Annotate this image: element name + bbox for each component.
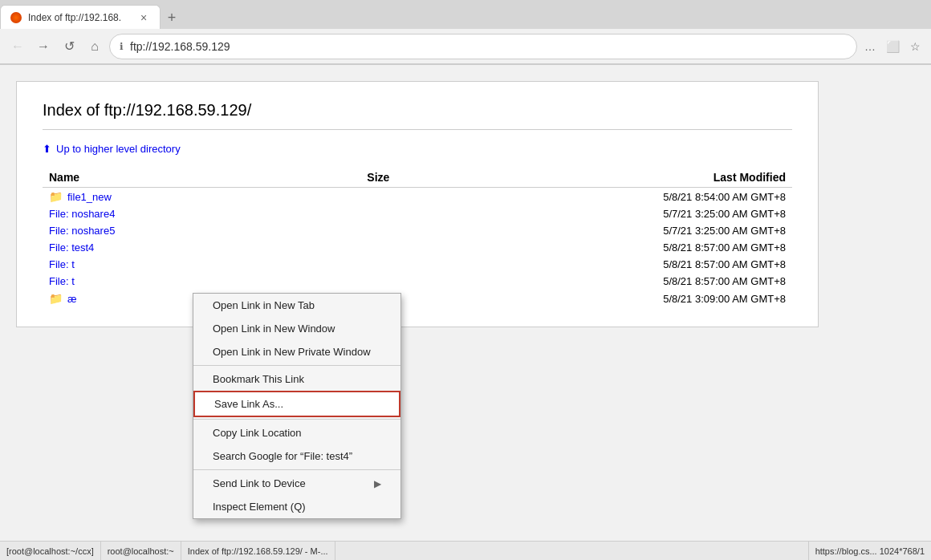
file-link[interactable]: File: noshare5 bbox=[49, 225, 231, 237]
tab-title: Index of ftp://192.168. bbox=[28, 12, 131, 23]
nav-bar: ← → ↺ ⌂ ℹ … ⬜ ☆ bbox=[0, 29, 931, 64]
page-title: Index of ftp://192.168.59.129/ bbox=[43, 101, 792, 130]
status-item-0: [root@localhost:~/ccx] bbox=[0, 542, 101, 560]
context-menu-item-inspect-element[interactable]: Inspect Element (Q) bbox=[193, 495, 400, 518]
page-content: Index of ftp://192.168.59.129/ ⬆ Up to h… bbox=[0, 65, 931, 560]
file-size bbox=[238, 205, 396, 222]
file-date: 5/8/21 8:57:00 AM GMT+8 bbox=[396, 256, 792, 273]
context-menu-label: Open Link in New Window bbox=[213, 323, 335, 335]
context-menu-item-copy-link-location[interactable]: Copy Link Location bbox=[193, 421, 400, 444]
table-row: File: noshare45/7/21 3:25:00 AM GMT+8 bbox=[43, 205, 792, 222]
home-button[interactable]: ⌂ bbox=[83, 35, 106, 58]
file-link[interactable]: File: noshare4 bbox=[49, 208, 231, 220]
size-column-header: Size bbox=[238, 168, 396, 188]
file-date: 5/7/21 3:25:00 AM GMT+8 bbox=[396, 222, 792, 239]
table-row: File: test45/8/21 8:57:00 AM GMT+8 bbox=[43, 239, 792, 256]
new-tab-button[interactable]: + bbox=[161, 6, 183, 29]
file-size bbox=[238, 273, 396, 290]
context-menu-item-open-private-window[interactable]: Open Link in New Private Window bbox=[193, 340, 400, 363]
file-size bbox=[238, 188, 396, 206]
context-menu-label: Send Link to Device bbox=[213, 477, 306, 489]
table-row: 📁æ5/8/21 3:09:00 AM GMT+8 bbox=[43, 290, 792, 307]
table-row: File: t5/8/21 8:57:00 AM GMT+8 bbox=[43, 273, 792, 290]
security-icon: ℹ bbox=[120, 41, 124, 52]
status-ftp-url: https://blog.cs... 1024*768/1 bbox=[808, 542, 931, 560]
status-bar: [root@localhost:~/ccx]root@localhost:~In… bbox=[0, 541, 931, 560]
context-menu-label: Open Link in New Tab bbox=[213, 299, 315, 311]
file-table: Name Size Last Modified 📁file1_new5/8/21… bbox=[43, 168, 792, 307]
pocket-button[interactable]: ⬜ bbox=[883, 37, 902, 56]
file-date: 5/8/21 8:57:00 AM GMT+8 bbox=[396, 273, 792, 290]
context-menu-item-open-new-window[interactable]: Open Link in New Window bbox=[193, 317, 400, 340]
file-size bbox=[238, 239, 396, 256]
context-menu-separator bbox=[193, 365, 400, 366]
file-size bbox=[238, 256, 396, 273]
context-menu-separator bbox=[193, 469, 400, 470]
context-menu-label: Save Link As... bbox=[214, 398, 283, 410]
table-row: File: noshare55/7/21 3:25:00 AM GMT+8 bbox=[43, 222, 792, 239]
active-tab[interactable]: Index of ftp://192.168. × bbox=[0, 5, 161, 29]
context-menu-item-search-google[interactable]: Search Google for “File: test4” bbox=[193, 444, 400, 468]
status-item-2: Index of ftp://192.168.59.129/ - M-... bbox=[181, 542, 335, 560]
up-directory-link[interactable]: ⬆ Up to higher level directory bbox=[43, 143, 792, 155]
context-menu-label: Open Link in New Private Window bbox=[213, 346, 371, 358]
address-bar[interactable]: ℹ bbox=[109, 34, 857, 59]
context-menu-label: Copy Link Location bbox=[213, 427, 302, 439]
file-link[interactable]: File: test4 bbox=[49, 241, 231, 254]
folder-icon: 📁 bbox=[49, 292, 63, 305]
context-menu-separator bbox=[193, 419, 400, 420]
context-menu-item-send-link-to-device[interactable]: Send Link to Device▶ bbox=[193, 472, 400, 495]
submenu-arrow-icon: ▶ bbox=[374, 478, 381, 489]
options-button[interactable]: … bbox=[860, 37, 880, 56]
browser-chrome: Index of ftp://192.168. × + ← → ↺ ⌂ ℹ … … bbox=[0, 0, 931, 65]
forward-button[interactable]: → bbox=[32, 35, 55, 58]
file-size bbox=[238, 222, 396, 239]
context-menu-label: Inspect Element (Q) bbox=[213, 501, 306, 513]
context-menu-item-open-new-tab[interactable]: Open Link in New Tab bbox=[193, 294, 400, 317]
tab-close-button[interactable]: × bbox=[137, 11, 150, 24]
name-column-header: Name bbox=[43, 168, 238, 188]
file-date: 5/8/21 8:57:00 AM GMT+8 bbox=[396, 239, 792, 256]
file-link[interactable]: File: t bbox=[49, 258, 231, 270]
folder-icon: 📁 bbox=[49, 190, 63, 203]
tab-bar: Index of ftp://192.168. × + bbox=[0, 0, 931, 29]
content-box: Index of ftp://192.168.59.129/ ⬆ Up to h… bbox=[16, 81, 819, 327]
context-menu-item-save-link-as[interactable]: Save Link As... bbox=[193, 391, 400, 417]
file-date: 5/7/21 3:25:00 AM GMT+8 bbox=[396, 205, 792, 222]
table-row: File: t5/8/21 8:57:00 AM GMT+8 bbox=[43, 256, 792, 273]
address-input[interactable] bbox=[130, 40, 847, 53]
bookmark-button[interactable]: ☆ bbox=[905, 37, 925, 56]
back-button[interactable]: ← bbox=[6, 35, 29, 58]
context-menu-item-bookmark-link[interactable]: Bookmark This Link bbox=[193, 367, 400, 391]
date-column-header: Last Modified bbox=[396, 168, 792, 188]
up-arrow-icon: ⬆ bbox=[43, 143, 51, 155]
file-date: 5/8/21 8:54:00 AM GMT+8 bbox=[396, 188, 792, 206]
context-menu-label: Search Google for “File: test4” bbox=[213, 450, 352, 462]
context-menu: Open Link in New TabOpen Link in New Win… bbox=[193, 293, 401, 519]
context-menu-label: Bookmark This Link bbox=[213, 373, 304, 385]
status-item-1: root@localhost:~ bbox=[101, 542, 181, 560]
file-link[interactable]: File: t bbox=[49, 275, 231, 287]
file-date: 5/8/21 3:09:00 AM GMT+8 bbox=[396, 290, 792, 307]
file-link[interactable]: 📁file1_new bbox=[49, 190, 231, 203]
table-row: 📁file1_new5/8/21 8:54:00 AM GMT+8 bbox=[43, 188, 792, 206]
tab-favicon bbox=[10, 12, 22, 23]
reload-button[interactable]: ↺ bbox=[58, 35, 80, 58]
